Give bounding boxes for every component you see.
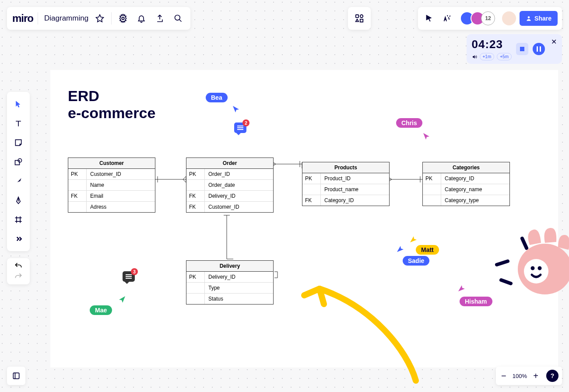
help-button[interactable]: ? bbox=[546, 370, 558, 382]
svg-point-11 bbox=[524, 259, 548, 284]
svg-point-13 bbox=[539, 267, 541, 269]
svg-point-0 bbox=[122, 17, 124, 20]
text-tool[interactable] bbox=[10, 115, 27, 132]
cursor-arrow-icon bbox=[118, 295, 126, 303]
share-label: Share bbox=[534, 15, 551, 22]
cursor-arrow-icon bbox=[422, 132, 430, 140]
cursor-arrow-icon bbox=[409, 235, 417, 243]
search-icon[interactable] bbox=[171, 11, 185, 25]
cursor-arrow-icon bbox=[396, 245, 404, 253]
undo-button[interactable] bbox=[14, 262, 23, 270]
svg-rect-5 bbox=[520, 47, 524, 51]
top-toolbar-left: miro Diagramming bbox=[7, 7, 190, 30]
reactions-icon[interactable] bbox=[440, 11, 454, 25]
zoom-value[interactable]: 100% bbox=[513, 373, 527, 379]
erd-table-categories[interactable]: Categories PKCategory_ID Category_name C… bbox=[422, 162, 510, 206]
miro-logo[interactable]: miro bbox=[12, 12, 33, 24]
cursor-arrow-icon bbox=[232, 105, 240, 113]
cursor-chris: Chris bbox=[396, 118, 422, 128]
pen-tool[interactable] bbox=[10, 192, 27, 209]
board-name[interactable]: Diagramming bbox=[44, 14, 88, 23]
svg-rect-2 bbox=[356, 15, 358, 18]
timer-close-icon[interactable]: ✕ bbox=[551, 38, 557, 46]
erd-table-delivery[interactable]: Delivery PKDelivery_ID Type Status bbox=[186, 260, 274, 304]
star-icon[interactable] bbox=[93, 11, 107, 25]
comment-bubble[interactable]: 2 bbox=[234, 122, 246, 133]
cursor-bea: Bea bbox=[206, 93, 228, 102]
svg-rect-6 bbox=[537, 46, 538, 52]
frame-tool[interactable] bbox=[10, 211, 27, 228]
shape-tool[interactable] bbox=[10, 153, 27, 171]
svg-point-3 bbox=[360, 15, 363, 18]
export-icon[interactable] bbox=[153, 11, 167, 25]
top-toolbar-right: 12 Share bbox=[418, 7, 562, 30]
ok-hand-sticker[interactable] bbox=[488, 223, 569, 311]
comment-bubble[interactable]: 3 bbox=[123, 271, 135, 282]
svg-point-4 bbox=[528, 16, 530, 18]
timer-plus-1m[interactable]: +1m bbox=[480, 53, 495, 60]
separator bbox=[38, 12, 38, 24]
cursor-matt: Matt bbox=[416, 245, 439, 255]
svg-point-12 bbox=[532, 267, 534, 269]
erd-table-customer[interactable]: Customer PKCustomer_ID Name FKEmail Adre… bbox=[68, 158, 155, 213]
svg-rect-8 bbox=[15, 161, 20, 165]
select-tool[interactable] bbox=[10, 95, 27, 113]
redo-button[interactable] bbox=[14, 272, 23, 281]
svg-rect-14 bbox=[13, 373, 19, 378]
cursor-arrow-icon[interactable] bbox=[422, 11, 436, 25]
zoom-in-button[interactable]: + bbox=[531, 371, 540, 381]
undo-redo-toolbar bbox=[7, 258, 30, 284]
bell-icon[interactable] bbox=[134, 11, 148, 25]
share-button[interactable]: Share bbox=[520, 11, 558, 26]
erd-table-order[interactable]: Order PKOrder_ID Order_date FKDelivery_I… bbox=[186, 158, 274, 213]
cursor-arrow-icon bbox=[457, 284, 465, 292]
cursor-hisham: Hisham bbox=[460, 297, 492, 306]
drawn-arrow[interactable] bbox=[293, 271, 425, 385]
frames-panel-button[interactable] bbox=[7, 367, 25, 385]
sound-icon[interactable] bbox=[472, 54, 477, 60]
svg-rect-7 bbox=[540, 46, 541, 52]
guest-avatar[interactable] bbox=[502, 11, 516, 25]
timer-value: 04:23 bbox=[472, 38, 512, 51]
left-toolbar bbox=[7, 92, 30, 251]
zoom-out-button[interactable]: − bbox=[499, 371, 508, 381]
cursor-mae: Mae bbox=[90, 305, 112, 315]
avatar-count[interactable]: 12 bbox=[481, 11, 495, 25]
cursor-sadie: Sadie bbox=[403, 256, 429, 266]
timer-widget[interactable]: 04:23 +1m +5m ✕ bbox=[467, 34, 562, 64]
separator bbox=[111, 12, 112, 24]
more-tools[interactable] bbox=[10, 230, 27, 248]
timer-stop-button[interactable] bbox=[516, 43, 528, 55]
board-canvas[interactable]: ERDe-commerce Customer PKCustomer_ID Nam… bbox=[50, 70, 558, 368]
zoom-controls: − 100% + ? bbox=[496, 367, 562, 385]
erd-table-products[interactable]: Products PKProduct_ID Product_name FKCat… bbox=[302, 162, 390, 206]
sticky-tool[interactable] bbox=[10, 134, 27, 151]
apps-button[interactable] bbox=[348, 7, 371, 30]
timer-pause-button[interactable] bbox=[533, 43, 545, 55]
svg-point-1 bbox=[175, 15, 180, 21]
timer-plus-5m[interactable]: +5m bbox=[497, 53, 512, 60]
line-tool[interactable] bbox=[10, 172, 27, 190]
settings-icon[interactable] bbox=[116, 11, 130, 25]
